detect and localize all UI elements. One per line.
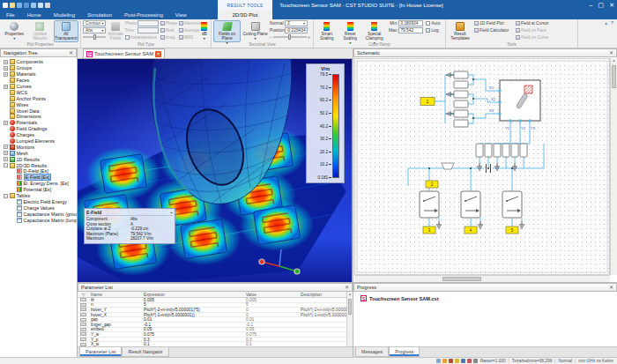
save-all-icon[interactable] [24, 3, 29, 8]
collapse-ribbon-icon[interactable]: ▴ [605, 20, 607, 26]
tree-expander-icon[interactable]: + [4, 66, 8, 71]
field-at-cursor-button[interactable]: Field at Cursor [515, 20, 557, 26]
tree-item-components[interactable]: +Components [2, 59, 77, 65]
status-icon[interactable] [455, 359, 459, 363]
external-port-4[interactable]: 4 [465, 227, 477, 234]
properties-button[interactable]: Properties▾ [2, 20, 26, 42]
document-tab[interactable]: S Touchscreen Sensor SAM ✕ [83, 48, 165, 58]
tab-2d3d-plot[interactable]: 2D/3D Plot [218, 10, 272, 19]
external-port-3[interactable]: 3 [423, 227, 435, 234]
min-input[interactable] [398, 20, 423, 26]
menu-tab-simulation[interactable]: Simulation [81, 10, 118, 19]
close-document-icon[interactable]: ✕ [155, 51, 161, 57]
tree-item-charge-values[interactable]: Charge Values [2, 204, 77, 211]
close-navigation-tree-icon[interactable]: ✕ [69, 50, 73, 56]
status-icon[interactable] [442, 359, 447, 363]
component-select[interactable]: Abs▾ [83, 27, 106, 33]
time-input[interactable] [138, 27, 159, 33]
maximize-button[interactable]: ▢ [598, 0, 605, 10]
tree-expander-icon[interactable]: + [4, 60, 8, 64]
external-port-1[interactable]: 1 [420, 98, 435, 106]
1d-field-plot-button[interactable]: 1D Field Plot [473, 20, 514, 26]
imag-button[interactable]: Imag. [160, 34, 177, 41]
parameter-table-scrollbar[interactable]: ▲ [346, 292, 353, 346]
tree-expander-icon[interactable]: + [4, 121, 8, 125]
contour-select[interactable]: Contour▾ [83, 20, 106, 26]
tree-item-anchor-points[interactable]: Anchor Points [2, 95, 77, 101]
animate-fields-button[interactable]: Animate Fields [107, 20, 123, 42]
real-button[interactable]: Real [160, 27, 177, 33]
open-icon[interactable] [10, 3, 15, 8]
tree-item-wires[interactable]: Wires [2, 101, 77, 108]
tree-item-e-field-es-[interactable]: E-Field [Es] [2, 175, 77, 181]
tree-item-potentials[interactable]: +Potentials [2, 120, 77, 126]
status-icon[interactable] [473, 359, 478, 363]
switch-block-3[interactable] [502, 191, 522, 218]
resistor-row[interactable] [476, 144, 527, 157]
redo-icon[interactable] [38, 3, 43, 8]
3d-viewport[interactable]: V/m 79.570.260.250.240.230.220.210.20.18… [78, 59, 353, 282]
special-clamping-button[interactable]: Special Clamping▾ [362, 20, 386, 42]
external-port-5[interactable]: 5 [506, 227, 518, 234]
tree-item-capacitance-matrix-lumped-[interactable]: Capacitance Matrix (lumped) [2, 217, 77, 223]
tree-item-el-energy-dens-es-[interactable]: El. Energy Dens. [Es] [2, 181, 77, 187]
tab-messages[interactable]: Messages [355, 347, 389, 357]
tree-item-voxel-data[interactable]: Voxel Data [2, 108, 77, 114]
tree-item-field-gradings[interactable]: Field Gradings [2, 126, 77, 132]
tree-item-tables[interactable]: −Tables [2, 193, 77, 199]
menu-tab-file[interactable]: File [0, 10, 21, 19]
customize-toolbar-icon[interactable] [45, 3, 50, 8]
tree-item-electric-field-energy[interactable]: Electric Field Energy [2, 198, 77, 204]
tab-result-navigator[interactable]: Result Navigator [122, 347, 168, 357]
average-button[interactable]: Average [178, 27, 199, 33]
tree-item-1d-results[interactable]: +1D Results [2, 156, 77, 162]
status-icon[interactable] [467, 359, 472, 363]
resistor-column[interactable] [454, 71, 468, 127]
tree-item-monitors[interactable]: +Monitors [2, 144, 77, 150]
close-parameter-list-icon[interactable]: ✕ [345, 285, 349, 290]
log-checkbox[interactable]: ✓ [426, 28, 430, 33]
status-icon[interactable] [436, 359, 441, 363]
phase-button[interactable]: Phase [160, 20, 177, 26]
menu-tab-modeling[interactable]: Modeling [48, 10, 81, 19]
help-icon[interactable]: ? [611, 20, 613, 26]
tree-expander-icon[interactable]: + [4, 145, 8, 149]
all-transparent-button[interactable]: All Transparent [54, 20, 78, 42]
tree-item-capacitance-matrix-grounded-[interactable]: Capacitance Matrix (grounded) [2, 211, 77, 217]
field-on-face-button[interactable]: Field on Face [515, 27, 557, 33]
tree-item-potential-es-[interactable]: Potential [Es] [2, 187, 77, 193]
tree-expander-icon[interactable]: + [4, 72, 8, 77]
tree-item-wcs[interactable]: WCS [2, 89, 77, 95]
fields-on-plane-button[interactable]: Fields on Plane▾ [213, 20, 241, 42]
save-icon[interactable] [17, 3, 22, 8]
result-templates-button[interactable]: Result Templates [448, 20, 472, 42]
plot-density-slider[interactable] [83, 34, 106, 40]
position-input[interactable] [285, 27, 308, 33]
tree-expander-icon[interactable]: + [4, 157, 8, 161]
new-file-icon[interactable] [3, 3, 8, 8]
smart-scaling-button[interactable]: Smart Scaling [316, 20, 338, 42]
switch-block-1[interactable] [420, 191, 439, 218]
tree-item-materials[interactable]: +Materials [2, 71, 77, 78]
switch-block-2[interactable] [461, 191, 480, 218]
rms-button[interactable]: RMS [178, 34, 199, 41]
menu-tab-home[interactable]: Home [21, 10, 48, 19]
tree-item-charges[interactable]: Charges [2, 132, 77, 138]
schematic-horizontal-scrollbar[interactable] [354, 275, 610, 282]
tree-item-dimensions[interactable]: Dimensions [2, 114, 77, 120]
schematic-vertical-scrollbar[interactable]: ▲ [610, 58, 617, 275]
tree-item-mesh[interactable]: +Mesh [2, 150, 77, 156]
close-schematic-icon[interactable]: ✕ [609, 50, 613, 56]
db-button[interactable]: dB▾ [200, 20, 209, 42]
tree-expander-icon[interactable]: − [4, 163, 8, 167]
tree-item-curves[interactable]: +Curves [2, 84, 77, 90]
menu-tab-view[interactable]: View [169, 10, 193, 19]
status-icon[interactable] [461, 359, 465, 363]
auto-checkbox[interactable] [426, 21, 430, 26]
tree-expander-icon[interactable]: + [4, 85, 8, 89]
tab-parameter-list[interactable]: Parameter List [79, 347, 122, 357]
tree-expander-icon[interactable]: + [4, 151, 8, 155]
tree-item-lumped-elements[interactable]: Lumped Elements [2, 138, 77, 145]
reset-scaling-button[interactable]: Reset Scaling▾ [338, 20, 361, 42]
maximum-button[interactable]: Maximum [178, 20, 199, 26]
